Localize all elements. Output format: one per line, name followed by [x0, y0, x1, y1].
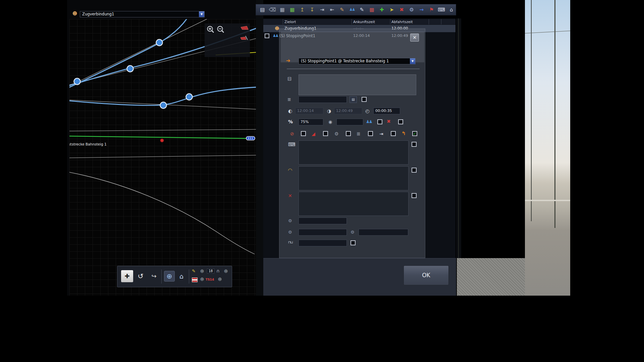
stop-duration-field[interactable]: 00:00:35	[373, 108, 400, 114]
stop-marker-dot[interactable]	[160, 139, 164, 142]
speed-curve-steep[interactable]	[69, 19, 189, 88]
load-percent-field[interactable]: 75%	[299, 119, 323, 125]
indicator-radio-icon[interactable]: ◎	[200, 269, 204, 273]
grid-active-button[interactable]: ▦	[288, 5, 297, 14]
grid-size-value[interactable]: 18	[207, 268, 214, 274]
no-tools-icon: ✕	[288, 193, 292, 198]
indicator-radio-icon[interactable]: ◎	[218, 277, 221, 281]
column-divider[interactable]	[390, 19, 390, 24]
keyboard-button[interactable]: ⌨	[437, 5, 446, 14]
passengers-button[interactable]: ♟♟	[347, 5, 357, 14]
enter-stop-icon: ➔	[286, 58, 290, 63]
stop-location-select[interactable]: (S) StoppingPoint1 @ Teststrecke Bahnste…	[299, 58, 416, 64]
split-right-button[interactable]: ⇥	[318, 5, 327, 14]
mid-gap	[256, 0, 263, 296]
home-icon: ⌂	[179, 273, 183, 280]
machine-checkbox[interactable]	[346, 131, 351, 136]
add-connection-button[interactable]: ✚	[377, 5, 386, 14]
split-left-button[interactable]: ⇤	[328, 5, 337, 14]
consist-icon: ⊟	[287, 76, 292, 81]
skip-end-checkbox[interactable]	[391, 131, 396, 136]
scene-sliver	[456, 18, 461, 258]
timetable-settings-button[interactable]: ⚙	[407, 5, 416, 14]
station-label: Teststrecke Bahnsteig 1	[69, 142, 107, 146]
passengers-checkbox[interactable]	[377, 119, 382, 124]
control-point[interactable]	[156, 40, 163, 46]
column-divider[interactable]	[441, 19, 441, 24]
no-stop-checkbox[interactable]	[301, 131, 306, 136]
speed-sign-icon: ◉	[328, 120, 332, 124]
ok-label: OK	[422, 272, 430, 279]
indicator-radio-icon[interactable]: ◎	[200, 277, 204, 281]
catenary-mast-icon	[554, 0, 555, 228]
remove-connection-button[interactable]: ✖	[397, 5, 406, 14]
transform-icon: ↪	[151, 273, 156, 280]
control-point[interactable]	[74, 78, 80, 85]
station-button[interactable]: ⌂	[447, 5, 456, 14]
indicator-radio-icon[interactable]: ◎	[224, 269, 227, 273]
announcement-checkbox[interactable]	[351, 240, 356, 245]
ok-button[interactable]: OK	[404, 265, 449, 285]
chevron-down-icon[interactable]: ▼	[410, 58, 415, 64]
reset-view-button[interactable]: ↺	[135, 270, 147, 282]
pole-line	[458, 18, 459, 258]
passengers-icon: ♟♟	[366, 120, 372, 124]
restrictions-box[interactable]	[299, 192, 409, 216]
speed-profile-graph[interactable]: Teststrecke Bahnsteig 1	[69, 19, 256, 296]
column-divider[interactable]	[283, 19, 283, 24]
flag-button[interactable]: ⚑	[427, 5, 436, 14]
platform-input[interactable]	[299, 96, 347, 103]
pick-document-button[interactable]: ▤	[350, 96, 357, 103]
turnaround-checkbox[interactable]: ✓	[412, 131, 417, 136]
grid-button[interactable]: ▦	[278, 5, 287, 14]
platform-actions-box[interactable]	[299, 166, 409, 190]
matrix-button[interactable]: ▩	[367, 5, 376, 14]
row-checkbox[interactable]	[265, 34, 269, 38]
train-marker[interactable]	[246, 136, 255, 140]
cancel-checkbox[interactable]	[398, 119, 403, 124]
column-zielort: Zielort	[284, 20, 296, 24]
no-stop-icon: ⊘	[290, 131, 294, 136]
globe-view-button[interactable]: ⊕	[164, 271, 175, 282]
platform-checkbox[interactable]	[362, 97, 367, 102]
signal-setting-input-3[interactable]	[359, 229, 408, 236]
ramp-marker-icon: ◢	[312, 131, 315, 136]
column-divider[interactable]	[429, 19, 429, 24]
keyboard-checkbox[interactable]	[412, 142, 417, 147]
pan-button[interactable]: ✚	[121, 270, 133, 282]
close-button[interactable]: ✕	[410, 34, 419, 42]
save-button[interactable]: ▤	[258, 5, 267, 14]
control-point[interactable]	[160, 102, 167, 109]
column-divider[interactable]	[352, 19, 352, 24]
platform-actions-checkbox[interactable]	[412, 168, 417, 173]
speed-limit-field[interactable]	[336, 119, 363, 125]
signal-setting-input-1[interactable]	[299, 218, 347, 224]
delete-button[interactable]: ⌫	[268, 5, 277, 14]
train-connection-select[interactable]: Zugverbindung1 ▼	[80, 11, 205, 17]
enter-stop-button[interactable]: →	[417, 5, 426, 14]
catenary-mast-icon	[531, 0, 532, 221]
chevron-down-icon[interactable]: ▼	[199, 11, 204, 17]
consist-box[interactable]	[299, 74, 416, 95]
transform-button[interactable]: ↪	[148, 270, 160, 282]
track-icon: ≣	[287, 97, 291, 102]
stop-duration-value: 00:00:35	[375, 109, 392, 113]
main-toolbar: ▤ ⌫ ▦ ▦ ↥ ↧ ⇥ ⇤ ✎ ♟♟ ✎ ▩ ✚ ➤ ✖ ⚙ → ⚑ ⌨ ⌂	[256, 4, 456, 15]
signal-setting-input-2[interactable]	[299, 229, 347, 236]
export-up-button[interactable]: ↥	[298, 5, 307, 14]
insert-connection-button[interactable]: ➤	[387, 5, 396, 14]
import-down-button[interactable]: ↧	[308, 5, 317, 14]
control-point[interactable]	[186, 94, 193, 100]
keyboard-commands-box[interactable]	[299, 140, 409, 165]
control-point[interactable]	[127, 66, 133, 72]
brush-button[interactable]: ✎	[337, 5, 346, 14]
ramp-checkbox[interactable]	[323, 131, 328, 136]
document-icon: ▤	[352, 98, 355, 101]
edit-person-button[interactable]: ✎	[358, 5, 367, 14]
rotate-icon: ↺	[138, 272, 144, 280]
stack-checkbox[interactable]	[368, 131, 373, 136]
restrictions-checkbox[interactable]	[412, 193, 417, 198]
announcement-input[interactable]	[299, 240, 347, 246]
home-view-button[interactable]: ⌂	[176, 271, 187, 282]
departure-time-value: 12:00:49	[336, 109, 353, 113]
